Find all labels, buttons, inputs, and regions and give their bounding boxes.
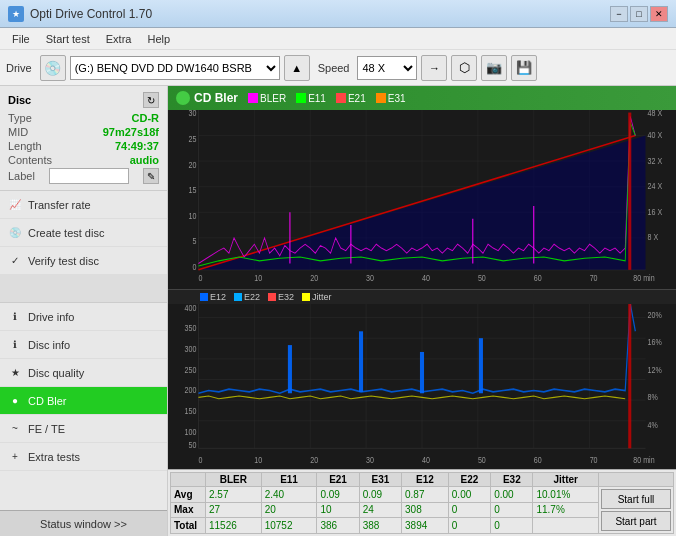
speed-select[interactable]: 48 X40 X32 X24 X	[357, 56, 417, 80]
e22-legend-label: E22	[244, 292, 260, 302]
status-window-button[interactable]: Status window >>	[0, 510, 167, 536]
sidebar-item-create-test-disc[interactable]: 💿 Create test disc	[0, 219, 167, 247]
eject-button[interactable]: ▲	[284, 55, 310, 81]
e11-legend-color	[296, 93, 306, 103]
max-bler: 27	[206, 502, 262, 518]
fe-te-icon: ~	[8, 422, 22, 436]
e11-legend-label: E11	[308, 93, 326, 104]
sidebar-item-drive-info[interactable]: ℹ Drive info	[0, 303, 167, 331]
sidebar-item-disc-quality[interactable]: ★ Disc quality	[0, 359, 167, 387]
svg-text:40 X: 40 X	[648, 130, 663, 140]
arrow-button[interactable]: →	[421, 55, 447, 81]
camera-button[interactable]: 📷	[481, 55, 507, 81]
svg-text:200: 200	[185, 384, 197, 395]
title-bar: ★ Opti Drive Control 1.70 − □ ✕	[0, 0, 676, 28]
drive-select[interactable]: (G:) BENQ DVD DD DW1640 BSRB	[70, 56, 280, 80]
svg-text:12%: 12%	[648, 364, 663, 375]
svg-text:50: 50	[478, 274, 486, 284]
avg-label: Avg	[171, 487, 206, 503]
e32-legend-label: E32	[278, 292, 294, 302]
menu-extra[interactable]: Extra	[98, 31, 140, 47]
avg-e32: 0.00	[491, 487, 533, 503]
max-jitter: 11.7%	[533, 502, 599, 518]
window-controls[interactable]: − □ ✕	[610, 6, 668, 22]
minimize-button[interactable]: −	[610, 6, 628, 22]
disc-length-row: Length 74:49:37	[8, 140, 159, 152]
menu-help[interactable]: Help	[139, 31, 178, 47]
start-part-button[interactable]: Start part	[601, 511, 671, 531]
jitter-legend-label: Jitter	[312, 292, 332, 302]
menu-start-test[interactable]: Start test	[38, 31, 98, 47]
svg-rect-85	[479, 338, 483, 393]
lower-chart: E12 E22 E32 Jitter	[168, 290, 676, 469]
stats-header-e31: E31	[359, 473, 401, 487]
disc-mid-row: MID 97m27s18f	[8, 126, 159, 138]
svg-text:20%: 20%	[648, 308, 663, 319]
drive-info-icon: ℹ	[8, 310, 22, 324]
action-buttons: Start full Start part	[601, 489, 671, 531]
avg-jitter: 10.01%	[533, 487, 599, 503]
stats-header-e32: E32	[491, 473, 533, 487]
total-jitter	[533, 518, 599, 534]
disc-contents-value: audio	[130, 154, 159, 166]
svg-text:30: 30	[189, 110, 197, 119]
disc-refresh-button[interactable]: ↻	[143, 92, 159, 108]
stats-header-e22: E22	[448, 473, 490, 487]
sidebar-section-header	[0, 275, 167, 303]
svg-text:20: 20	[310, 454, 318, 465]
sidebar-item-fe-te[interactable]: ~ FE / TE	[0, 415, 167, 443]
save-button[interactable]: 💾	[511, 55, 537, 81]
close-button[interactable]: ✕	[650, 6, 668, 22]
svg-text:15: 15	[189, 185, 197, 195]
start-full-button[interactable]: Start full	[601, 489, 671, 509]
disc-label-input[interactable]	[49, 168, 129, 184]
sidebar-item-cd-bler[interactable]: ● CD Bler	[0, 387, 167, 415]
disc-label-label: Label	[8, 170, 35, 182]
chart-header: CD Bler BLER E11 E21 E31	[168, 86, 676, 110]
disc-contents-row: Contents audio	[8, 154, 159, 166]
svg-text:5: 5	[192, 236, 196, 246]
menu-file[interactable]: File	[4, 31, 38, 47]
app-icon: ★	[8, 6, 24, 22]
svg-text:30: 30	[366, 454, 374, 465]
sidebar-item-verify-test-disc[interactable]: ✓ Verify test disc	[0, 247, 167, 275]
sidebar-item-transfer-rate[interactable]: 📈 Transfer rate	[0, 191, 167, 219]
total-bler: 11526	[206, 518, 262, 534]
transfer-rate-icon: 📈	[8, 198, 22, 212]
toolbar: Drive 💿 (G:) BENQ DVD DD DW1640 BSRB ▲ S…	[0, 50, 676, 86]
svg-text:100: 100	[185, 425, 197, 436]
e21-legend-color	[336, 93, 346, 103]
max-e12: 308	[402, 502, 449, 518]
sidebar-item-create-test-disc-label: Create test disc	[28, 227, 104, 239]
max-e31: 24	[359, 502, 401, 518]
max-e21: 10	[317, 502, 359, 518]
svg-text:40: 40	[422, 454, 430, 465]
disc-type-row: Type CD-R	[8, 112, 159, 124]
e31-legend-label: E31	[388, 93, 406, 104]
svg-text:30: 30	[366, 274, 374, 284]
disc-mid-label: MID	[8, 126, 28, 138]
max-e11: 20	[261, 502, 317, 518]
e12-legend-color	[200, 293, 208, 301]
sidebar-item-fe-te-label: FE / TE	[28, 423, 65, 435]
svg-text:40: 40	[422, 274, 430, 284]
max-label: Max	[171, 502, 206, 518]
content-area: CD Bler BLER E11 E21 E31	[168, 86, 676, 536]
action-buttons-cell: Start full Start part	[599, 487, 674, 534]
chart-title-icon	[176, 91, 190, 105]
maximize-button[interactable]: □	[630, 6, 648, 22]
sidebar-item-disc-info[interactable]: ℹ Disc info	[0, 331, 167, 359]
e32-legend: E32	[268, 292, 294, 302]
sidebar-item-extra-tests[interactable]: + Extra tests	[0, 443, 167, 471]
svg-text:0: 0	[198, 454, 202, 465]
sidebar-item-drive-info-label: Drive info	[28, 311, 74, 323]
drive-icon-btn[interactable]: 💿	[40, 55, 66, 81]
e12-legend: E12	[200, 292, 226, 302]
legend-e31: E31	[376, 93, 406, 104]
svg-text:24 X: 24 X	[648, 182, 663, 192]
svg-text:60: 60	[534, 274, 542, 284]
eraser-button[interactable]: ⬡	[451, 55, 477, 81]
disc-label-edit-button[interactable]: ✎	[143, 168, 159, 184]
e31-legend-color	[376, 93, 386, 103]
total-e22: 0	[448, 518, 490, 534]
